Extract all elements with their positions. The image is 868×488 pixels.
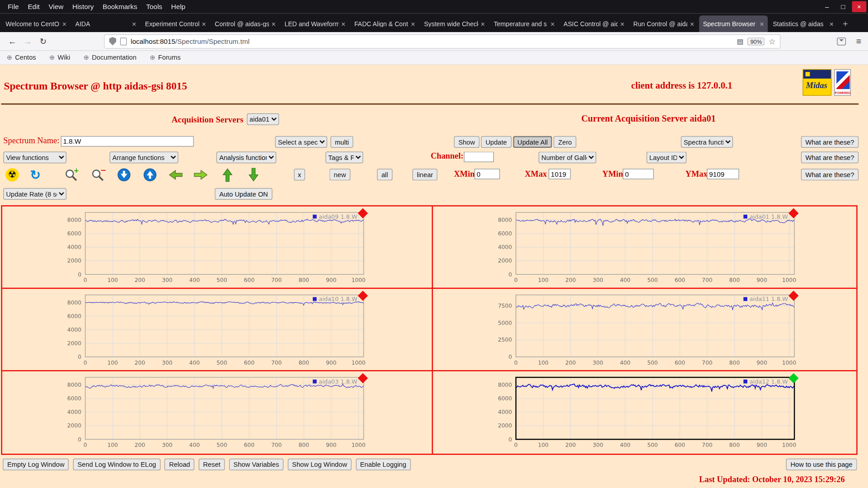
spectrum-chart-aida12[interactable]: 0200040006000800001002003004005006007008… (432, 371, 856, 454)
ymax-input[interactable] (707, 169, 739, 179)
all-button[interactable]: all (377, 169, 392, 180)
zoom-y-in-icon[interactable] (142, 168, 158, 182)
tab-close-icon[interactable]: × (341, 20, 345, 28)
spectrum-chart-aida01[interactable]: 0200040006000800001002003004005006007008… (432, 206, 856, 289)
linear-button[interactable]: linear (412, 169, 438, 180)
multi-button[interactable]: multi (330, 136, 354, 148)
show-log-window-button[interactable]: Show Log Window (288, 459, 351, 470)
spectrum-chart-aida11[interactable]: 0250050007500010020030040050060070080090… (432, 289, 856, 371)
reader-mode-icon[interactable]: ▤ (737, 37, 744, 45)
what-are-these-button[interactable]: What are these? (801, 136, 859, 148)
tab-close-icon[interactable]: × (620, 20, 624, 28)
bookmark-centos[interactable]: ⊕Centos (7, 54, 36, 61)
zero-button[interactable]: Zero (554, 136, 576, 148)
spectrum-chart-aida10[interactable]: 0200040006000800001002003004005006007008… (2, 289, 432, 371)
tab-spectrum-browser[interactable]: Spectrum Browser× (699, 15, 768, 32)
view-functions-dropdown[interactable]: View functions (3, 152, 66, 164)
tab-experiment-control[interactable]: Experiment Control× (141, 15, 210, 32)
arrow-right-icon[interactable] (193, 168, 208, 182)
what-are-these-button[interactable]: What are these? (801, 152, 859, 164)
tab-close-icon[interactable]: × (481, 20, 485, 28)
spectrum-name-input[interactable] (61, 136, 194, 146)
reset-button[interactable]: Reset (198, 459, 225, 470)
back-icon[interactable]: ← (5, 37, 20, 46)
menu-edit[interactable]: Edit (24, 1, 44, 12)
hamburger-menu-icon[interactable]: ≡ (856, 36, 861, 46)
tab-close-icon[interactable]: × (760, 20, 764, 28)
refresh-icon[interactable]: ↻ (28, 168, 43, 182)
tab-asic-control[interactable]: ASIC Control @ aid× (560, 15, 628, 32)
tab-fadc-align[interactable]: FADC Align & Cont× (350, 15, 419, 32)
forward-icon[interactable]: → (20, 37, 35, 46)
tab-run-control[interactable]: Run Control @ aida× (629, 15, 698, 32)
menu-file[interactable]: File (3, 1, 23, 12)
spectrum-chart-aida09[interactable]: 0200040006000800001002003004005006007008… (2, 206, 432, 289)
tab-close-icon[interactable]: × (202, 20, 206, 28)
auto-update-button[interactable]: Auto Update ON (215, 188, 272, 200)
number-of-galleries-dropdown[interactable]: Number of Galleries (538, 152, 596, 164)
what-are-these-button[interactable]: What are these? (801, 169, 859, 180)
bookmark-star-icon[interactable]: ☆ (769, 37, 775, 46)
page-info-icon[interactable] (120, 38, 127, 45)
menu-tools[interactable]: Tools (142, 1, 166, 12)
ymin-input[interactable] (623, 169, 654, 179)
midas-logo[interactable]: Midas (803, 69, 832, 96)
spectra-functions-dropdown[interactable]: Spectra functions (681, 136, 733, 148)
tab-statistics[interactable]: Statistics @ aidas× (769, 15, 838, 32)
layout-id-dropdown[interactable]: Layout ID=7 (646, 152, 686, 164)
menu-history[interactable]: History (68, 1, 98, 12)
tab-temperature[interactable]: Temperature and s× (490, 15, 559, 32)
update-button[interactable]: Update (481, 136, 511, 148)
reload-button[interactable]: Reload (165, 459, 194, 470)
arrange-functions-dropdown[interactable]: Arrange functions (109, 152, 178, 164)
show-variables-button[interactable]: Show Variables (229, 459, 284, 470)
menu-help[interactable]: Help (167, 1, 190, 12)
url-bar[interactable]: localhost:8015/Spectrum/Spectrum.tml ▤ 9… (104, 34, 780, 48)
tab-welcome-centos[interactable]: Welcome to CentOS× (2, 15, 71, 32)
tab-aida[interactable]: AIDA× (71, 15, 140, 32)
tab-close-icon[interactable]: × (551, 20, 555, 28)
tab-close-icon[interactable]: × (690, 20, 694, 28)
tags-fits-dropdown[interactable]: Tags & Fits (326, 152, 363, 164)
empty-log-window-button[interactable]: Empty Log Window (3, 459, 69, 470)
new-button[interactable]: new (330, 169, 351, 180)
pocket-icon[interactable] (837, 38, 846, 45)
tab-control-aidas[interactable]: Control @ aidas-gsi× (211, 15, 280, 32)
bookmark-forums[interactable]: ⊕Forums (150, 54, 180, 61)
maximize-button[interactable]: □ (836, 1, 850, 12)
zoom-out-icon[interactable]: − (91, 168, 106, 182)
spectrum-chart-aida03[interactable]: 0200040006000800001002003004005006007008… (2, 371, 432, 454)
send-log-to-elog-button[interactable]: Send Log Window to ELog (73, 459, 160, 470)
acquisition-server-select[interactable]: aida01 (247, 113, 279, 125)
update-all-button[interactable]: Update All (513, 136, 552, 148)
channel-input[interactable] (464, 152, 494, 162)
bookmark-documentation[interactable]: ⊕Documentation (84, 54, 137, 61)
tab-led-waveform[interactable]: LED and Waveform× (281, 15, 349, 32)
show-button[interactable]: Show (454, 136, 479, 148)
bookmark-wiki[interactable]: ⊕Wiki (49, 54, 70, 61)
tab-system-wide-check[interactable]: System wide Check× (420, 15, 489, 32)
close-button[interactable]: × (852, 1, 866, 12)
xmax-input[interactable] (548, 169, 571, 179)
xmin-input[interactable] (474, 169, 500, 179)
minimize-button[interactable]: – (820, 1, 834, 12)
tab-close-icon[interactable]: × (271, 20, 275, 28)
tracking-protection-shield-icon[interactable] (109, 37, 116, 45)
powered-logo[interactable]: POWERED (834, 69, 851, 96)
update-rate-dropdown[interactable]: Update Rate (8 secs) (3, 188, 66, 200)
reload-icon[interactable]: ↻ (35, 36, 51, 46)
tab-close-icon[interactable]: × (411, 20, 415, 28)
x-button[interactable]: x (294, 169, 305, 180)
menu-view[interactable]: View (44, 1, 68, 12)
arrow-left-icon[interactable] (168, 168, 183, 182)
enable-logging-button[interactable]: Enable Logging (356, 459, 411, 470)
select-spectrum-dropdown[interactable]: Select a spectrum (275, 136, 327, 148)
radiation-icon[interactable]: ☢ (5, 168, 20, 182)
how-to-use-button[interactable]: How to use this page (786, 459, 857, 470)
tab-close-icon[interactable]: × (132, 20, 136, 28)
arrow-up-icon[interactable] (220, 168, 235, 182)
zoom-y-out-icon[interactable] (116, 168, 132, 182)
tab-close-icon[interactable]: × (62, 20, 66, 28)
new-tab-button[interactable]: + (838, 17, 853, 32)
zoom-level-badge[interactable]: 90% (748, 38, 765, 45)
